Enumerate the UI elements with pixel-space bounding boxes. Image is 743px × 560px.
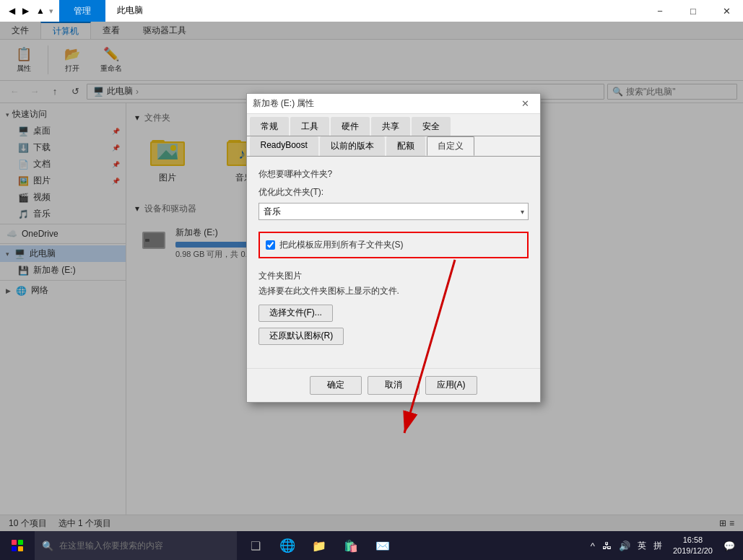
modal-tab-custom[interactable]: 自定义 [427, 136, 474, 156]
taskbar-search-box[interactable]: 🔍 [35, 531, 237, 560]
tray-network-icon[interactable]: 🖧 [600, 541, 614, 551]
tray-volume-icon[interactable]: 🔊 [617, 541, 633, 551]
qat-forward[interactable]: ▶ [19, 4, 32, 17]
lang-indicator[interactable]: 英 [635, 540, 648, 552]
restore-icon-button[interactable]: 还原默认图标(R) [258, 328, 344, 345]
taskbar-icon-explorer[interactable]: 📁 [305, 531, 334, 560]
modal-body: 你想要哪种文件夹? 优化此文件夹(T): 音乐 ▾ 把此模板应用到所有子文件夹(… [247, 157, 540, 368]
folder-type-label: 你想要哪种文件夹? [258, 168, 529, 180]
optimize-select[interactable]: 音乐 [258, 203, 529, 220]
folder-picture-title: 文件夹图片 [258, 270, 529, 282]
taskbar-icon-task-view[interactable]: ❑ [241, 531, 270, 560]
minimize-button[interactable]: − [643, 0, 677, 22]
modal-close-button[interactable]: ✕ [517, 95, 534, 112]
tray-chevron[interactable]: ^ [588, 541, 597, 551]
tab-this-pc[interactable]: 此电脑 [105, 0, 155, 22]
modal-tab-sharing[interactable]: 共享 [371, 117, 410, 136]
modal-tab-security[interactable]: 安全 [412, 117, 451, 136]
apply-subfolders-label: 把此模板应用到所有子文件夹(S) [279, 239, 404, 251]
taskbar-search-input[interactable] [59, 541, 218, 551]
close-button[interactable]: ✕ [710, 0, 743, 22]
clock-date: 2019/12/20 [673, 546, 713, 556]
modal-titlebar: 新加卷 (E:) 属性 ✕ [247, 94, 540, 114]
modal-tab-readyboost[interactable]: ReadyBoost [250, 136, 318, 156]
modal-tab-prev-versions[interactable]: 以前的版本 [320, 136, 385, 156]
system-tray: ^ 🖧 🔊 英 拼 16:58 2019/12/20 💬 [583, 535, 743, 557]
modal-tab-quota[interactable]: 配额 [386, 136, 425, 156]
ok-button[interactable]: 确定 [310, 376, 362, 395]
optimize-label: 优化此文件夹(T): [258, 186, 529, 198]
titlebar: ◀ ▶ ▲ ▾ 管理 此电脑 − □ ✕ [0, 0, 743, 22]
modal-tab-general[interactable]: 常规 [250, 117, 289, 136]
tray-icons: ^ 🖧 🔊 英 拼 [588, 540, 664, 552]
choose-file-button[interactable]: 选择文件(F)... [258, 305, 333, 322]
maximize-button[interactable]: □ [677, 0, 710, 22]
taskbar: 🔍 ❑ 🌐 📁 🛍️ ✉️ ^ 🖧 🔊 英 拼 16:58 2019/12/20 [0, 531, 743, 560]
windows-logo [12, 540, 23, 551]
qat-back[interactable]: ◀ [6, 4, 18, 17]
apply-button[interactable]: 应用(A) [425, 376, 477, 395]
optimize-select-wrap: 音乐 ▾ [258, 203, 529, 220]
modal-footer: 确定 取消 应用(A) [247, 368, 540, 402]
modal-title: 新加卷 (E:) 属性 [253, 97, 517, 110]
taskbar-icon-edge[interactable]: 🌐 [273, 531, 302, 560]
modal-tab-tools[interactable]: 工具 [290, 117, 329, 136]
properties-dialog: 新加卷 (E:) 属性 ✕ 常规 工具 硬件 共享 安全 ReadyBoost … [246, 93, 541, 403]
ribbon-tabs-bar: 管理 此电脑 [59, 0, 155, 22]
window-controls: − □ ✕ [643, 0, 743, 22]
ime-indicator[interactable]: 拼 [651, 540, 664, 552]
notification-icon[interactable]: 💬 [721, 541, 737, 551]
folder-picture-section: 文件夹图片 选择要在此文件夹图标上显示的文件. 选择文件(F)... 还原默认图… [258, 270, 529, 345]
taskbar-pinned-icons: ❑ 🌐 📁 🛍️ ✉️ [237, 531, 401, 560]
folder-picture-desc: 选择要在此文件夹图标上显示的文件. [258, 285, 529, 297]
apply-subfolders-checkbox[interactable] [266, 240, 275, 250]
modal-overlay: 新加卷 (E:) 属性 ✕ 常规 工具 硬件 共享 安全 ReadyBoost … [0, 22, 743, 531]
apply-subfolders-row: 把此模板应用到所有子文件夹(S) [258, 232, 529, 258]
quick-access-toolbar: ◀ ▶ ▲ ▾ [0, 0, 59, 22]
tab-manage[interactable]: 管理 [59, 0, 105, 22]
taskbar-icon-mail[interactable]: ✉️ [368, 531, 397, 560]
qat-up[interactable]: ▲ [33, 4, 48, 17]
taskbar-clock[interactable]: 16:58 2019/12/20 [667, 535, 718, 557]
taskbar-icon-store[interactable]: 🛍️ [336, 531, 365, 560]
modal-tabs: 常规 工具 硬件 共享 安全 [247, 114, 540, 136]
start-button[interactable] [0, 531, 35, 560]
taskbar-search-icon: 🔍 [42, 541, 53, 551]
cancel-button[interactable]: 取消 [368, 376, 420, 395]
clock-time: 16:58 [673, 535, 713, 546]
modal-tab-hardware[interactable]: 硬件 [331, 117, 370, 136]
